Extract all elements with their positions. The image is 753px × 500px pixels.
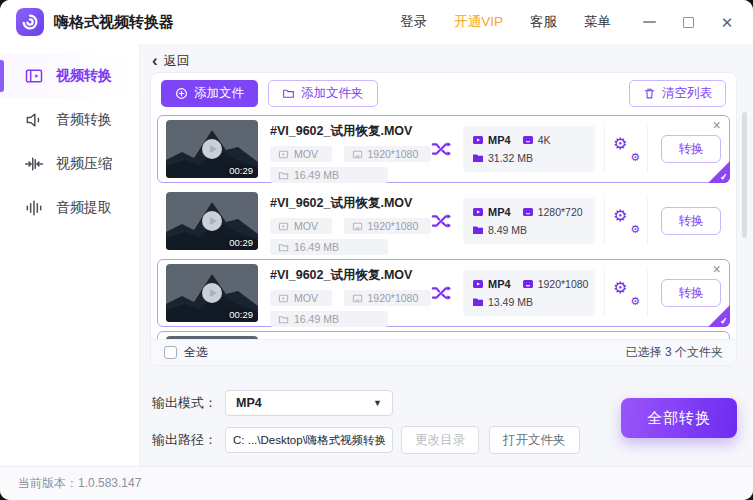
output-mode-label: 输出模式： — [152, 394, 217, 412]
monitor-icon — [352, 149, 363, 160]
version-text: 当前版本：1.0.583.147 — [18, 475, 141, 492]
target-size: 8.49 MB — [472, 224, 527, 236]
video-thumbnail[interactable]: 00:29 — [166, 192, 258, 250]
source-size-pill: 16.49 MB — [270, 167, 388, 183]
target-settings: MP4 4K 31.32 MB — [463, 126, 595, 172]
film-icon — [278, 149, 289, 160]
panel-toolbar: 添加文件 添加文件夹 清空列表 — [151, 73, 736, 114]
vip-link[interactable]: 开通VIP — [454, 13, 503, 31]
source-format-pill: MOV — [270, 290, 332, 306]
file-info: #VI_9602_试用恢复.MOV MOV 1920*1080 16.49 MB — [258, 121, 431, 188]
play-icon — [202, 211, 222, 231]
target-settings: MP4 1280*720 8.49 MB — [463, 198, 595, 244]
audio-extract-icon — [24, 198, 44, 218]
menu-link[interactable]: 菜单 — [584, 13, 611, 31]
film-icon — [472, 206, 484, 218]
output-mode-select[interactable]: MP4 ▼ — [225, 390, 393, 416]
close-icon[interactable]: ✕ — [712, 119, 721, 131]
file-row[interactable]: 00:29 #VI_9602_试用恢复.MOV MOV 1920*1080 16… — [157, 259, 730, 327]
sidebar: 视频转换 音频转换 视频压缩 音频提取 — [0, 44, 140, 466]
folder-icon — [472, 296, 484, 308]
app-logo-icon — [16, 8, 44, 36]
output-mode-row: 输出模式： MP4 ▼ — [152, 390, 393, 416]
app-title: 嗨格式视频转换器 — [54, 13, 174, 32]
selected-count: 已选择 3 个文件夹 — [626, 344, 723, 361]
minimize-button[interactable] — [641, 14, 657, 30]
target-size: 13.49 MB — [472, 296, 533, 308]
convert-button[interactable]: 转换 — [661, 279, 721, 307]
monitor-icon — [352, 221, 363, 232]
sidebar-item-audio-convert[interactable]: 音频转换 — [0, 98, 139, 142]
video-thumbnail[interactable]: 00:29 — [166, 264, 258, 322]
change-directory-button[interactable]: 更改目录 — [401, 426, 479, 454]
sidebar-item-video-compress[interactable]: 视频压缩 — [0, 142, 139, 186]
clear-list-button[interactable]: 清空列表 — [629, 80, 726, 107]
list-scrollbar[interactable] — [742, 112, 747, 238]
file-list: 00:29 #VI_9602_试用恢复.MOV MOV 1920*1080 16… — [151, 114, 736, 339]
sidebar-item-video-convert[interactable]: 视频转换 — [0, 54, 139, 98]
source-size-pill: 16.49 MB — [270, 311, 388, 327]
login-link[interactable]: 登录 — [400, 13, 427, 31]
selected-corner-check: ✔ — [708, 161, 730, 183]
add-file-button[interactable]: 添加文件 — [161, 80, 258, 107]
folder-icon — [472, 152, 484, 164]
duration-badge: 00:29 — [227, 237, 255, 248]
sidebar-item-label: 音频提取 — [56, 199, 112, 217]
target-settings: MP4 1920*1080 13.49 MB — [463, 270, 595, 316]
convert-button[interactable]: 转换 — [661, 207, 721, 235]
select-all-label: 全选 — [184, 344, 208, 361]
output-path-row: 输出路径： 更改目录 打开文件夹 — [152, 426, 580, 454]
folder-icon — [278, 242, 289, 253]
file-row[interactable]: 00:29 #VI_9602_试用恢复.MOV MOV 1920*1080 16… — [157, 115, 730, 183]
convert-all-button[interactable]: 全部转换 — [621, 398, 737, 438]
film-icon — [472, 134, 484, 146]
selected-corner-check: ✔ — [708, 305, 730, 327]
file-info: #VI_9602_试用恢复.MOV — [258, 337, 721, 339]
video-compress-icon — [24, 154, 44, 174]
play-icon — [202, 283, 222, 303]
shuffle-icon — [431, 282, 453, 304]
monitor-icon — [522, 134, 534, 146]
settings-gear-icon[interactable]: ⚙⚙ — [614, 281, 638, 305]
sidebar-item-label: 视频压缩 — [56, 155, 112, 173]
caret-down-icon: ▼ — [373, 398, 382, 408]
file-panel: 添加文件 添加文件夹 清空列表 00:29 — [150, 72, 737, 366]
close-icon[interactable]: ✕ — [712, 263, 721, 275]
window-controls: ✕ — [641, 14, 735, 30]
sidebar-item-audio-extract[interactable]: 音频提取 — [0, 186, 139, 230]
add-folder-button[interactable]: 添加文件夹 — [268, 80, 378, 107]
support-link[interactable]: 客服 — [530, 13, 557, 31]
file-row[interactable]: #VI_9602_试用恢复.MOV — [157, 331, 730, 339]
maximize-button[interactable] — [680, 14, 696, 30]
titlebar-menu: 登录 开通VIP 客服 菜单 — [400, 13, 611, 31]
close-button[interactable]: ✕ — [719, 14, 735, 30]
chevron-left-icon: ‹ — [152, 52, 158, 69]
titlebar: 嗨格式视频转换器 登录 开通VIP 客服 菜单 ✕ — [0, 0, 753, 44]
play-icon — [202, 139, 222, 159]
monitor-icon — [522, 206, 534, 218]
video-thumbnail[interactable] — [166, 336, 258, 339]
file-row[interactable]: 00:29 #VI_9602_试用恢复.MOV MOV 1920*1080 16… — [157, 187, 730, 255]
back-label: 返回 — [164, 52, 190, 70]
folder-icon — [278, 170, 289, 181]
file-name: #VI_9602_试用恢复.MOV — [270, 195, 431, 212]
video-convert-icon — [24, 66, 44, 86]
statusbar: 当前版本：1.0.583.147 — [0, 466, 753, 500]
source-format-pill: MOV — [270, 146, 332, 162]
shuffle-icon — [431, 138, 453, 160]
monitor-icon — [352, 293, 363, 304]
settings-gear-icon[interactable]: ⚙⚙ — [614, 137, 638, 161]
back-button[interactable]: ‹ 返回 — [152, 52, 190, 70]
video-thumbnail[interactable]: 00:29 — [166, 120, 258, 178]
source-resolution-pill: 1920*1080 — [344, 146, 432, 162]
open-folder-button[interactable]: 打开文件夹 — [489, 426, 580, 454]
convert-button[interactable]: 转换 — [661, 135, 721, 163]
source-format-pill: MOV — [270, 218, 332, 234]
shuffle-icon — [431, 210, 453, 232]
main-area: ‹ 返回 添加文件 添加文件夹 清空列表 — [140, 44, 753, 466]
selection-bar: 全选 已选择 3 个文件夹 — [151, 339, 736, 365]
select-all-checkbox[interactable] — [164, 346, 177, 359]
output-path-input[interactable] — [225, 427, 393, 453]
target-resolution: 1280*720 — [522, 206, 583, 218]
settings-gear-icon[interactable]: ⚙⚙ — [614, 209, 638, 233]
